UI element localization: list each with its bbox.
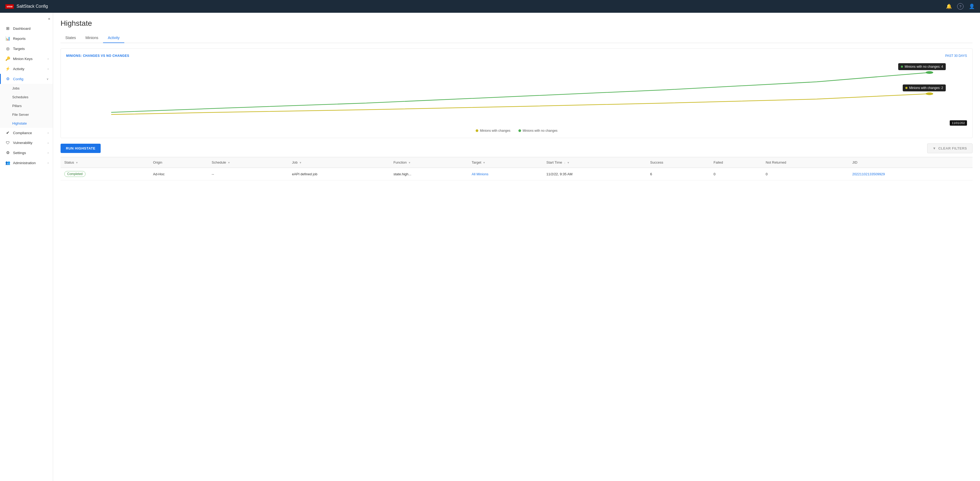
col-success-label: Success: [650, 161, 663, 164]
user-icon[interactable]: 👤: [969, 3, 975, 9]
start-time-filter-icon[interactable]: ▼: [567, 161, 570, 164]
function-value: state.high...: [393, 172, 411, 176]
cell-failed: 0: [710, 168, 762, 180]
sidebar-item-label: Minion Keys: [13, 57, 33, 61]
cell-jid: 20221102133509929: [848, 168, 972, 180]
sidebar-collapse-button[interactable]: «: [0, 15, 53, 23]
chart-svg: Minions with no changes: 4 Minions with …: [66, 62, 967, 126]
cell-not-returned: 0: [762, 168, 848, 180]
sidebar-item-activity[interactable]: ⚡ Activity ›: [0, 64, 53, 74]
main-layout: « ⊞ Dashboard 📊 Reports ◎ Targets 🔑 Mini…: [0, 13, 980, 481]
col-not-returned: Not Returned: [762, 157, 848, 168]
target-link[interactable]: All Minions: [472, 172, 488, 176]
cell-success: 6: [646, 168, 710, 180]
col-schedule: Schedule ▼: [208, 157, 288, 168]
clear-filters-button[interactable]: ▼ CLEAR FILTERS: [927, 143, 972, 153]
sidebar-item-label: Dashboard: [13, 27, 30, 30]
col-start-time-label: Start Time: [546, 161, 562, 164]
config-icon: ⚙: [5, 76, 10, 81]
target-filter-icon[interactable]: ▼: [483, 161, 485, 164]
jid-link[interactable]: 20221102133509929: [852, 172, 885, 176]
legend-dot-changes: [476, 129, 478, 132]
job-filter-icon[interactable]: ▼: [299, 161, 302, 164]
col-job: Job ▼: [288, 157, 390, 168]
tab-states[interactable]: States: [60, 33, 81, 43]
chevron-right-icon: ›: [48, 67, 49, 70]
chevron-right-icon: ›: [48, 131, 49, 134]
sidebar-item-label: Activity: [13, 67, 24, 71]
tooltip-changes-text: Minions with changes: 2: [909, 86, 943, 90]
cell-job: eAPI defined job: [288, 168, 390, 180]
status-filter-icon[interactable]: ▼: [75, 161, 78, 164]
collapse-icon: «: [48, 16, 50, 21]
failed-value: 0: [714, 172, 716, 176]
topnav-left: vmw SaltStack Config: [5, 4, 48, 9]
topnav-right: 🔔 ? 👤: [946, 3, 975, 10]
sidebar-item-label: Vulnerability: [13, 141, 32, 145]
sidebar-item-schedules[interactable]: Schedules: [0, 93, 53, 102]
chart-header: MINIONS: CHANGES VS NO CHANGES PAST 30 D…: [66, 54, 967, 57]
tooltip-changes: Minions with changes: 2: [903, 84, 946, 91]
col-jid: JID: [848, 157, 972, 168]
sidebar-item-minion-keys[interactable]: 🔑 Minion Keys ›: [0, 54, 53, 64]
table-row: Completed Ad-Hoc -- eAPI defined job sta…: [60, 168, 972, 180]
sidebar-item-highstate[interactable]: Highstate: [0, 119, 53, 128]
sidebar-item-file-server[interactable]: File Server: [0, 110, 53, 119]
tab-activity[interactable]: Activity: [103, 33, 124, 43]
dashboard-icon: ⊞: [5, 26, 10, 31]
sidebar-item-label: Config: [13, 77, 23, 81]
clear-filters-label: CLEAR FILTERS: [938, 147, 967, 150]
legend-label-no-changes: Minions with no changes: [523, 129, 557, 132]
legend-dot-no-changes: [519, 129, 521, 132]
origin-value: Ad-Hoc: [153, 172, 164, 176]
cell-start-time: 11/2/22, 9:35 AM: [542, 168, 646, 180]
compliance-icon: ✔: [5, 131, 10, 135]
legend-item-no-changes: Minions with no changes: [519, 129, 557, 132]
col-start-time: Start Time ↓ ▼: [542, 157, 646, 168]
sidebar-item-vulnerability[interactable]: 🛡 Vulnerability ›: [0, 138, 53, 148]
chevron-right-icon: ›: [48, 151, 49, 154]
sidebar-item-label: Compliance: [13, 131, 32, 135]
start-time-sort-icon[interactable]: ↓: [564, 161, 565, 164]
chart-container: MINIONS: CHANGES VS NO CHANGES PAST 30 D…: [60, 48, 972, 138]
notification-icon[interactable]: 🔔: [946, 3, 952, 9]
sidebar-item-administration[interactable]: 👥 Administration ›: [0, 158, 53, 168]
sidebar-item-compliance[interactable]: ✔ Compliance ›: [0, 128, 53, 138]
tooltip-no-changes-text: Minions with no changes: 4: [905, 65, 943, 68]
schedule-value: --: [212, 172, 214, 176]
col-failed: Failed: [710, 157, 762, 168]
col-job-label: Job: [292, 161, 298, 164]
schedule-filter-icon[interactable]: ▼: [228, 161, 230, 164]
chart-period: PAST 30 DAYS: [945, 54, 967, 57]
function-filter-icon[interactable]: ▼: [408, 161, 411, 164]
no-changes-dot: [901, 65, 903, 68]
sidebar-item-dashboard[interactable]: ⊞ Dashboard: [0, 23, 53, 33]
chevron-down-icon: ∨: [46, 77, 49, 81]
content-area: Highstate States Minions Activity MINION…: [53, 13, 980, 481]
col-jid-label: JID: [852, 161, 858, 164]
sidebar-item-reports[interactable]: 📊 Reports: [0, 33, 53, 43]
help-icon[interactable]: ?: [957, 3, 964, 10]
sidebar-item-label: Settings: [13, 151, 26, 155]
chevron-right-icon: ›: [48, 141, 49, 145]
sidebar-item-jobs[interactable]: Jobs: [0, 84, 53, 93]
cell-origin: Ad-Hoc: [149, 168, 208, 180]
cell-function: state.high...: [390, 168, 468, 180]
sidebar-item-config[interactable]: ⚙ Config ∨: [0, 74, 53, 84]
sidebar-item-targets[interactable]: ◎ Targets: [0, 43, 53, 54]
sidebar-item-pillars[interactable]: Pillars: [0, 102, 53, 110]
start-time-value: 11/2/22, 9:35 AM: [546, 172, 572, 176]
success-value: 6: [650, 172, 652, 176]
config-subitems: Jobs Schedules Pillars File Server Highs…: [0, 84, 53, 128]
sidebar-item-settings[interactable]: ⚙ Settings ›: [0, 148, 53, 158]
col-function-label: Function: [393, 161, 407, 164]
col-origin-label: Origin: [153, 161, 162, 164]
not-returned-value: 0: [766, 172, 768, 176]
sidebar: « ⊞ Dashboard 📊 Reports ◎ Targets 🔑 Mini…: [0, 13, 53, 481]
col-schedule-label: Schedule: [212, 161, 226, 164]
run-highstate-button[interactable]: RUN HIGHSTATE: [60, 144, 101, 153]
data-table: Status ▼ Origin Schedule ▼ Job ▼: [60, 157, 972, 180]
app-title: SaltStack Config: [16, 4, 48, 9]
tab-minions[interactable]: Minions: [81, 33, 103, 43]
sidebar-item-label: Targets: [13, 47, 25, 51]
